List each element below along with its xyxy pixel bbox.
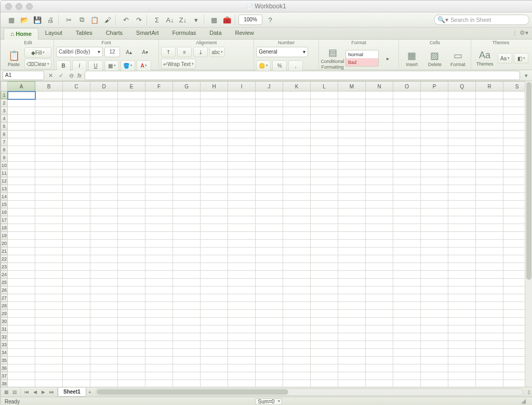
cell[interactable] (118, 193, 145, 201)
cell[interactable] (448, 247, 476, 255)
cell[interactable] (145, 294, 173, 302)
cell[interactable] (8, 115, 35, 123)
cell[interactable] (35, 247, 63, 255)
cell[interactable] (421, 123, 448, 130)
sort-asc-icon[interactable]: A↓ (164, 15, 176, 25)
cell[interactable] (145, 123, 173, 130)
cell[interactable] (448, 333, 476, 341)
cell[interactable] (145, 92, 173, 99)
cell[interactable] (503, 123, 525, 130)
insert-function-icon[interactable]: ⊖ (67, 71, 75, 80)
cell[interactable] (63, 115, 90, 123)
row-header[interactable]: 36 (1, 364, 8, 372)
cell[interactable] (201, 380, 228, 387)
cell[interactable] (256, 232, 283, 240)
cell[interactable] (8, 201, 35, 208)
column-header[interactable]: P (421, 82, 448, 92)
percent-icon[interactable]: % (272, 60, 287, 71)
cell[interactable] (311, 349, 338, 357)
cell[interactable] (228, 310, 256, 318)
cell[interactable] (283, 333, 311, 341)
cell[interactable] (448, 318, 476, 325)
cell[interactable] (393, 263, 421, 271)
cell[interactable] (476, 279, 503, 286)
cell[interactable] (311, 130, 338, 138)
themes-button[interactable]: AaThemes (473, 48, 496, 69)
cell[interactable] (201, 154, 228, 162)
cell[interactable] (63, 364, 90, 372)
cell[interactable] (476, 224, 503, 232)
cell[interactable] (8, 286, 35, 294)
cell[interactable] (173, 318, 201, 325)
cell[interactable] (283, 216, 311, 224)
cell[interactable] (366, 279, 393, 286)
cell[interactable] (256, 169, 283, 177)
cell[interactable] (8, 357, 35, 364)
cell[interactable] (503, 185, 525, 193)
cell[interactable] (35, 380, 63, 387)
cell[interactable] (256, 154, 283, 162)
cell[interactable] (63, 130, 90, 138)
cell[interactable] (421, 138, 448, 146)
cell[interactable] (8, 380, 35, 387)
cell[interactable] (228, 154, 256, 162)
cell[interactable] (118, 115, 145, 123)
cell[interactable] (393, 169, 421, 177)
cell[interactable] (35, 169, 63, 177)
cell[interactable] (35, 357, 63, 364)
row-header[interactable]: 34 (1, 349, 8, 357)
cell[interactable] (35, 216, 63, 224)
cell[interactable] (8, 271, 35, 279)
row-header[interactable]: 7 (1, 138, 8, 146)
cell[interactable] (173, 255, 201, 263)
cell[interactable] (366, 302, 393, 310)
cell[interactable] (118, 146, 145, 154)
style-normal[interactable]: Normal (346, 50, 378, 58)
help-icon[interactable]: ? (264, 15, 276, 25)
cell[interactable] (145, 162, 173, 169)
cell[interactable] (366, 294, 393, 302)
cell[interactable] (145, 130, 173, 138)
cell[interactable] (201, 162, 228, 169)
cell[interactable] (8, 341, 35, 349)
cell[interactable] (145, 279, 173, 286)
cell[interactable] (366, 333, 393, 341)
cell[interactable] (393, 224, 421, 232)
cell[interactable] (173, 115, 201, 123)
cell[interactable] (393, 92, 421, 99)
cell[interactable] (90, 232, 118, 240)
row-header[interactable]: 26 (1, 286, 8, 294)
cell[interactable] (90, 310, 118, 318)
cell[interactable] (228, 92, 256, 99)
cell[interactable] (145, 107, 173, 115)
cell[interactable] (448, 372, 476, 380)
cell[interactable] (503, 349, 525, 357)
cell[interactable] (256, 380, 283, 387)
cell[interactable] (90, 302, 118, 310)
cell[interactable] (35, 333, 63, 341)
cell[interactable] (283, 201, 311, 208)
cell[interactable] (338, 130, 366, 138)
cell[interactable] (8, 318, 35, 325)
cell[interactable] (338, 162, 366, 169)
cell[interactable] (145, 154, 173, 162)
cell[interactable] (338, 302, 366, 310)
cell[interactable] (145, 318, 173, 325)
row-header[interactable]: 13 (1, 185, 8, 193)
cell[interactable] (421, 372, 448, 380)
cell[interactable] (448, 162, 476, 169)
cell[interactable] (421, 364, 448, 372)
cell[interactable] (421, 271, 448, 279)
row-header[interactable]: 4 (1, 115, 8, 123)
cell[interactable] (118, 240, 145, 247)
cell[interactable] (228, 325, 256, 333)
cell[interactable] (63, 232, 90, 240)
cell[interactable] (366, 201, 393, 208)
cell[interactable] (8, 325, 35, 333)
cell[interactable] (421, 349, 448, 357)
cell[interactable] (283, 263, 311, 271)
cell[interactable] (366, 216, 393, 224)
cell[interactable] (338, 271, 366, 279)
cell[interactable] (35, 310, 63, 318)
cell[interactable] (145, 271, 173, 279)
